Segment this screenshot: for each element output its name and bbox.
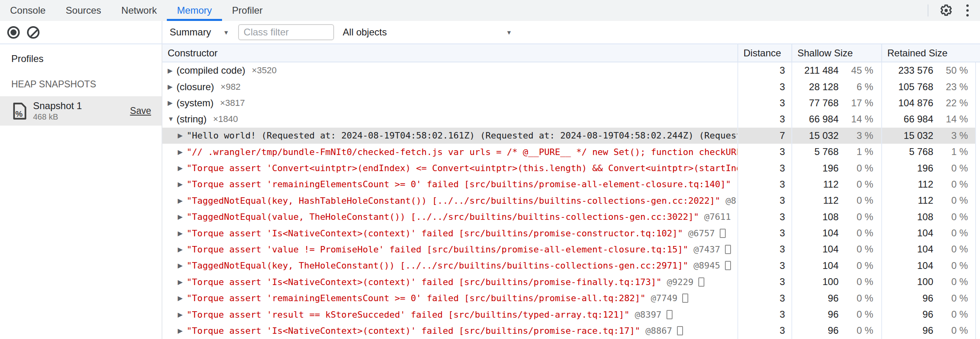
shallow-size-cell: 96 0 % <box>792 306 882 322</box>
table-row[interactable]: ▶ "Torque assert 'result == kStoreSucced… <box>162 306 980 322</box>
distance-cell: 3 <box>738 306 792 322</box>
retained-size-percent: 0 % <box>933 179 968 190</box>
string-value: "Hello world! (Requested at: 2024-08-19T… <box>187 130 738 141</box>
disclosure-arrow-icon[interactable]: ▶ <box>178 197 187 205</box>
retained-size-value: 108 <box>917 211 933 223</box>
heap-snapshot-data-grid: Constructor Distance Shallow Size Retain… <box>162 44 980 339</box>
disclosure-arrow-icon[interactable]: ▶ <box>178 327 187 335</box>
sidebar-item-snapshot-1[interactable]: % Snapshot 1 468 kB Save <box>0 96 162 126</box>
table-row[interactable]: ▼ (string) ×1840 3 66 984 14 % 66 984 <box>162 111 980 127</box>
shallow-size-cell: 108 0 % <box>792 209 882 225</box>
distance-cell: 3 <box>738 192 792 209</box>
shallow-size-value: 96 <box>828 293 839 304</box>
shallow-size-value: 15 032 <box>809 130 839 141</box>
retained-size-cell: 104 0 % <box>882 225 976 241</box>
perspective-select[interactable]: Summary ▼ <box>170 27 229 38</box>
instance-count: ×3520 <box>252 65 277 76</box>
disclosure-arrow-icon[interactable]: ▶ <box>178 180 187 188</box>
disclosure-arrow-icon[interactable]: ▶ <box>168 99 176 107</box>
table-row[interactable]: ▶ "Torque assert 'Convert<uintptr>(endIn… <box>162 160 980 176</box>
table-row[interactable]: ▶ "TaggedNotEqual(key, HashTableHoleCons… <box>162 192 980 209</box>
shallow-size-percent: 0 % <box>839 227 873 239</box>
retained-size-cell: 96 0 % <box>882 290 976 306</box>
save-snapshot-link[interactable]: Save <box>130 105 155 116</box>
shallow-size-cell: 77 768 17 % <box>792 95 882 111</box>
object-preview-icon <box>720 229 726 238</box>
shallow-size-cell: 100 0 % <box>792 274 882 290</box>
table-row[interactable]: ▶ "Torque assert 'value != PromiseHole' … <box>162 241 980 257</box>
record-heap-snapshot-icon[interactable] <box>7 26 20 39</box>
disclosure-arrow-icon[interactable]: ▶ <box>168 67 176 74</box>
scrollbar-gutter <box>976 241 980 257</box>
shallow-size-value: 100 <box>822 276 839 287</box>
snapshot-name: Snapshot 1 <box>33 100 130 112</box>
disclosure-arrow-icon[interactable]: ▶ <box>178 278 187 286</box>
disclosure-arrow-icon[interactable]: ▶ <box>178 294 187 302</box>
scrollbar-gutter <box>976 274 980 290</box>
table-row[interactable]: ▶ "Torque assert 'Is<NativeContext>(cont… <box>162 225 980 241</box>
disclosure-arrow-icon[interactable]: ▶ <box>178 213 187 221</box>
scrollbar-gutter <box>976 290 980 306</box>
scrollbar-gutter <box>976 225 980 241</box>
shallow-size-value: 112 <box>823 195 839 206</box>
retained-size-value: 112 <box>918 195 933 206</box>
table-row[interactable]: ▶ "TaggedNotEqual(value, TheHoleConstant… <box>162 209 980 225</box>
string-value: "Torque assert 'remainingElementsCount >… <box>187 293 646 303</box>
disclosure-arrow-icon[interactable]: ▶ <box>178 132 187 139</box>
tab-profiler[interactable]: Profiler <box>222 0 273 21</box>
shallow-size-value: 77 768 <box>809 97 839 109</box>
constructor-cell: ▶ "Torque assert 'value != PromiseHole' … <box>162 241 738 257</box>
tab-memory[interactable]: Memory <box>167 0 222 21</box>
scrollbar-gutter <box>976 95 980 111</box>
table-row[interactable]: ▶ (compiled code) ×3520 3 211 484 45 % 2… <box>162 62 980 79</box>
disclosure-arrow-icon[interactable]: ▶ <box>178 262 187 269</box>
tab-network[interactable]: Network <box>111 0 167 21</box>
disclosure-arrow-icon[interactable]: ▶ <box>178 246 187 253</box>
object-id: @8397 <box>635 310 661 320</box>
shallow-size-value: 66 984 <box>809 114 839 125</box>
disclosure-arrow-icon[interactable]: ▶ <box>178 311 187 318</box>
more-options-kebab-icon[interactable] <box>964 3 971 18</box>
tab-console[interactable]: Console <box>0 0 56 21</box>
column-header-constructor[interactable]: Constructor <box>162 44 738 62</box>
disclosure-arrow-icon[interactable]: ▶ <box>168 83 176 91</box>
scrollbar-gutter <box>976 144 980 160</box>
clear-profiles-icon[interactable] <box>27 26 39 39</box>
table-row[interactable]: ▶ "Torque assert 'Is<NativeContext>(cont… <box>162 274 980 290</box>
settings-gear-icon[interactable] <box>939 3 953 18</box>
column-header-retained-size[interactable]: Retained Size <box>882 44 980 62</box>
scrollbar-gutter <box>976 209 980 225</box>
table-row[interactable]: ▶ (system) ×3817 3 77 768 17 % 104 876 <box>162 95 980 111</box>
table-row[interactable]: ▶ "Torque assert 'Is<NativeContext>(cont… <box>162 322 980 339</box>
disclosure-arrow-icon[interactable]: ▼ <box>168 116 176 123</box>
memory-toolbar: Summary ▼ All objects ▼ <box>0 21 980 44</box>
table-row[interactable]: ▶ "// .wrangler/tmp/bundle-FmNIt0/checke… <box>162 144 980 160</box>
object-filter-select[interactable]: All objects ▼ <box>343 27 512 38</box>
disclosure-arrow-icon[interactable]: ▶ <box>178 148 187 156</box>
distance-cell: 3 <box>738 290 792 306</box>
shallow-size-value: 96 <box>828 325 839 336</box>
constructor-cell: ▼ (string) ×1840 <box>162 111 738 127</box>
class-filter-input[interactable] <box>238 24 334 40</box>
constructor-cell: ▶ "TaggedNotEqual(key, HashTableHoleCons… <box>162 192 738 209</box>
snapshot-size: 468 kB <box>33 112 130 122</box>
table-row[interactable]: ▶ "TaggedNotEqual(key, TheHoleConstant()… <box>162 258 980 274</box>
column-header-distance[interactable]: Distance <box>738 44 792 62</box>
disclosure-arrow-icon[interactable]: ▶ <box>178 164 187 172</box>
shallow-size-value: 104 <box>822 244 839 255</box>
shallow-size-value: 104 <box>822 227 839 239</box>
column-header-shallow-size[interactable]: Shallow Size <box>792 44 882 62</box>
table-row[interactable]: ▶ (closure) ×982 3 28 128 6 % 105 768 <box>162 79 980 95</box>
object-preview-icon <box>677 326 683 335</box>
table-row[interactable]: ▶ "Torque assert 'remainingElementsCount… <box>162 176 980 192</box>
chevron-down-icon: ▼ <box>223 29 229 36</box>
retained-size-cell: 104 0 % <box>882 258 976 274</box>
disclosure-arrow-icon[interactable]: ▶ <box>178 229 187 237</box>
object-id: @7437 <box>693 244 720 254</box>
retained-size-percent: 0 % <box>933 211 968 223</box>
table-row[interactable]: ▶ "Hello world! (Requested at: 2024-08-1… <box>162 128 980 144</box>
instance-count: ×1840 <box>213 114 238 124</box>
tab-sources[interactable]: Sources <box>56 0 111 21</box>
table-row[interactable]: ▶ "Torque assert 'remainingElementsCount… <box>162 290 980 306</box>
retained-size-value: 15 032 <box>904 130 933 141</box>
